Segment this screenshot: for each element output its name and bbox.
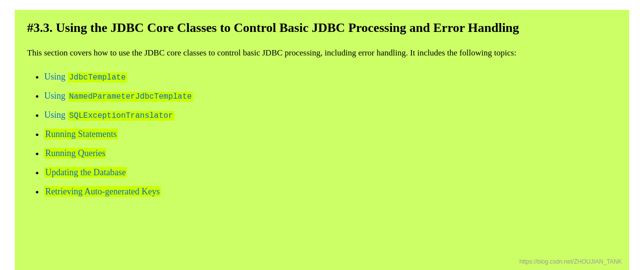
link-running-statements[interactable]: Running Statements (44, 129, 118, 139)
section-number: #3.3. (27, 21, 53, 35)
link-running-queries[interactable]: Running Queries (44, 148, 106, 159)
page-container: #3.3. Using the JDBC Core Classes to Con… (15, 10, 629, 270)
watermark: https://blog.csdn.net/ZHOUJIAN_TANK (519, 258, 622, 265)
code-jdbctemplate: JdbcTemplate (68, 73, 127, 82)
list-item: Running Statements (44, 129, 617, 139)
topics-list: Using JdbcTemplate Using NamedParameterJ… (27, 72, 617, 197)
link-sqlexceptiontranslator[interactable]: Using SQLExceptionTranslator (44, 110, 175, 120)
section-description: This section covers how to use the JDBC … (27, 46, 617, 59)
list-item: Updating the Database (44, 167, 617, 178)
link-jdbctemplate[interactable]: Using JdbcTemplate (44, 72, 127, 81)
list-item: Retrieving Auto-generated Keys (44, 187, 617, 197)
list-item: Using JdbcTemplate (44, 72, 617, 82)
link-named-parameter-jdbctemplate[interactable]: Using NamedParameterJdbcTemplate (44, 91, 193, 101)
section-heading: #3.3. Using the JDBC Core Classes to Con… (27, 20, 617, 36)
list-item: Running Queries (44, 148, 617, 159)
code-sqlexceptiontranslator: SQLExceptionTranslator (68, 111, 175, 121)
list-item: Using NamedParameterJdbcTemplate (44, 91, 617, 101)
link-retrieving-auto-generated-keys[interactable]: Retrieving Auto-generated Keys (44, 186, 161, 197)
code-named-parameter-jdbctemplate: NamedParameterJdbcTemplate (68, 92, 194, 102)
link-updating-the-database[interactable]: Updating the Database (44, 167, 127, 178)
section-title-text: Using the JDBC Core Classes to Control B… (56, 21, 519, 35)
list-item: Using SQLExceptionTranslator (44, 110, 617, 120)
